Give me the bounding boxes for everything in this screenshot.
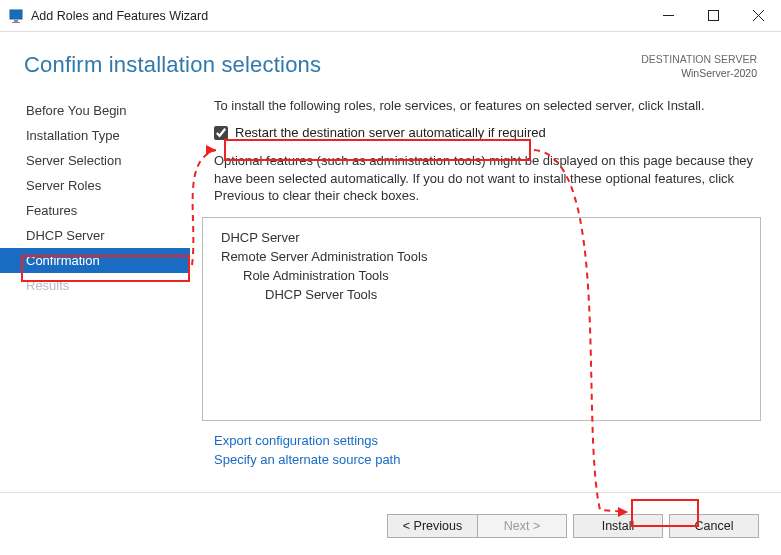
restart-checkbox[interactable] [214,126,228,140]
nav-confirmation[interactable]: Confirmation [0,248,190,273]
nav-dhcp-server[interactable]: DHCP Server [0,223,190,248]
list-item: Role Administration Tools [213,266,746,285]
restart-label[interactable]: Restart the destination server automatic… [235,125,546,140]
destination-server: WinServer-2020 [641,66,757,80]
nav-server-selection[interactable]: Server Selection [0,148,190,173]
export-config-link[interactable]: Export configuration settings [214,431,761,450]
previous-button[interactable]: < Previous [387,514,477,538]
minimize-button[interactable] [646,0,691,31]
destination-label: DESTINATION SERVER [641,52,757,66]
window-title: Add Roles and Features Wizard [31,9,646,23]
svg-rect-0 [10,10,22,19]
nav-server-roles[interactable]: Server Roles [0,173,190,198]
nav-installation-type[interactable]: Installation Type [0,123,190,148]
title-bar: Add Roles and Features Wizard [0,0,781,32]
nav-results: Results [0,273,190,298]
intro-text: To install the following roles, role ser… [200,94,761,121]
list-item: Remote Server Administration Tools [213,247,746,266]
svg-rect-5 [709,11,719,21]
list-item: DHCP Server [213,228,746,247]
nav-features[interactable]: Features [0,198,190,223]
main-panel: To install the following roles, role ser… [190,94,781,492]
nav-before-you-begin[interactable]: Before You Begin [0,98,190,123]
links-area: Export configuration settings Specify an… [200,431,761,469]
restart-row: Restart the destination server automatic… [200,121,761,148]
install-button[interactable]: Install [573,514,663,538]
page-heading: Confirm installation selections [24,52,641,78]
cancel-button[interactable]: Cancel [669,514,759,538]
maximize-button[interactable] [691,0,736,31]
wizard-header: Confirm installation selections DESTINAT… [0,32,781,84]
optional-features-note: Optional features (such as administratio… [200,148,761,217]
selections-listbox[interactable]: DHCP Server Remote Server Administration… [202,217,761,421]
close-button[interactable] [736,0,781,31]
wizard-nav: Before You Begin Installation Type Serve… [0,94,190,492]
svg-rect-2 [14,20,18,22]
window-controls [646,0,781,31]
destination-info: DESTINATION SERVER WinServer-2020 [641,52,757,80]
svg-rect-3 [12,22,20,23]
wizard-footer: < Previous Next > Install Cancel [0,492,781,549]
server-manager-icon [8,8,24,24]
list-item: DHCP Server Tools [213,285,746,304]
alternate-source-link[interactable]: Specify an alternate source path [214,450,761,469]
next-button: Next > [477,514,567,538]
